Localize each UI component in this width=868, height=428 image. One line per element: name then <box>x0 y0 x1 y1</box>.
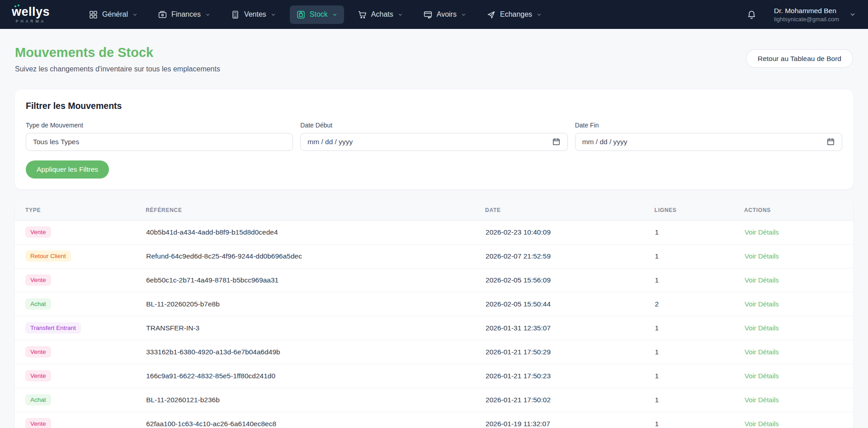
chevron-down-icon <box>536 12 542 18</box>
cell-lignes: 1 <box>655 388 744 412</box>
view-details-link[interactable]: Voir Détails <box>745 348 779 356</box>
cell-lignes: 1 <box>655 364 744 388</box>
filter-grid: Type de Mouvement Tous les Types Date Dé… <box>26 122 842 151</box>
back-to-dashboard-button[interactable]: Retour au Tableau de Bord <box>746 49 853 68</box>
nav-right: Dr. Mohammed Ben lightsynicate@gmail.com <box>746 7 856 23</box>
view-details-link[interactable]: Voir Détails <box>745 396 779 404</box>
cell-actions: Voir Détails <box>744 340 853 364</box>
calendar-icon[interactable] <box>552 137 561 146</box>
table-row: AchatBL-11-20260121-b236b2026-01-21 17:5… <box>15 388 853 412</box>
nav-item-achats[interactable]: Achats <box>351 5 410 24</box>
cell-reference: 40b5b41d-a434-4add-b8f9-b15d8d0cede4 <box>146 220 485 244</box>
main-content: Mouvements de Stock Suivez les changemen… <box>0 29 868 428</box>
cell-reference: 6eb50c1c-2b71-4a49-8781-b5bcc969aa31 <box>146 268 485 292</box>
view-details-link[interactable]: Voir Détails <box>745 324 779 332</box>
nav-item-label: Achats <box>371 10 393 19</box>
user-menu[interactable]: Dr. Mohammed Ben lightsynicate@gmail.com <box>774 7 839 23</box>
table-header-row: TYPE RÉFÉRENCE DATE LIGNES ACTIONS <box>15 200 853 221</box>
cell-actions: Voir Détails <box>744 268 853 292</box>
nav-item-general[interactable]: Général <box>82 5 144 24</box>
chevron-down-icon[interactable] <box>849 11 856 18</box>
col-header-type: TYPE <box>15 200 146 221</box>
date-end-placeholder: mm / dd / yyyy <box>582 138 627 146</box>
cell-type: Vente <box>15 268 146 292</box>
date-end-input[interactable]: mm / dd / yyyy <box>575 133 842 151</box>
brand-name: wellys <box>12 6 50 18</box>
page-header: Mouvements de Stock Suivez les changemen… <box>15 29 853 73</box>
col-header-lignes: LIGNES <box>655 200 744 221</box>
cell-type: Retour Client <box>15 244 146 268</box>
nav-menu: GénéralFinancesVentesStockAchatsAvoirsEc… <box>82 5 556 24</box>
table-row: AchatBL-11-20260205-b7e8b2026-02-05 15:5… <box>15 292 853 316</box>
cell-actions: Voir Détails <box>744 244 853 268</box>
view-details-link[interactable]: Voir Détails <box>745 420 779 428</box>
date-end-label: Date Fin <box>575 122 842 129</box>
chevron-down-icon <box>397 12 403 18</box>
nav-item-ventes[interactable]: Ventes <box>224 5 283 24</box>
cell-lignes: 1 <box>655 244 744 268</box>
filter-heading: Filtrer les Mouvements <box>26 101 842 111</box>
nav-item-finances[interactable]: Finances <box>151 5 217 24</box>
calculator-icon <box>231 10 240 19</box>
movement-type-badge: Retour Client <box>25 250 71 262</box>
bell-icon[interactable] <box>746 9 757 20</box>
cell-date: 2026-01-21 17:50:02 <box>485 388 655 412</box>
page-title-block: Mouvements de Stock Suivez les changemen… <box>15 45 220 73</box>
chevron-down-icon <box>270 12 276 18</box>
movement-type-badge: Vente <box>25 274 51 286</box>
nav-item-label: Echanges <box>500 10 532 19</box>
view-details-link[interactable]: Voir Détails <box>745 252 779 260</box>
cell-actions: Voir Détails <box>744 220 853 244</box>
cell-lignes: 2 <box>655 292 744 316</box>
nav-item-stock[interactable]: Stock <box>290 5 344 24</box>
cell-actions: Voir Détails <box>744 364 853 388</box>
send-icon <box>486 10 496 19</box>
nav-item-label: Stock <box>310 10 328 19</box>
brand-logo[interactable]: wellys PHARMA <box>12 6 50 24</box>
chevron-down-icon <box>205 12 211 18</box>
table-row: Vente62faa100-1c63-4c10-ac26-6a6140ec8ec… <box>15 412 853 428</box>
cell-date: 2026-01-31 12:35:07 <box>485 316 655 340</box>
table-row: Vente40b5b41d-a434-4add-b8f9-b15d8d0cede… <box>15 220 853 244</box>
view-details-link[interactable]: Voir Détails <box>745 300 779 308</box>
cell-date: 2026-01-21 17:50:29 <box>485 340 655 364</box>
page-title: Mouvements de Stock <box>15 45 220 61</box>
view-details-link[interactable]: Voir Détails <box>745 276 779 284</box>
apply-filters-button[interactable]: Appliquer les Filtres <box>26 160 109 179</box>
date-start-input[interactable]: mm / dd / yyyy <box>300 133 567 151</box>
table-row: Vente6eb50c1c-2b71-4a49-8781-b5bcc969aa3… <box>15 268 853 292</box>
nav-item-avoirs[interactable]: Avoirs <box>417 5 473 24</box>
cell-actions: Voir Détails <box>744 412 853 428</box>
cart-icon <box>358 10 367 19</box>
movement-type-badge: Vente <box>25 370 51 381</box>
top-navbar: wellys PHARMA GénéralFinancesVentesStock… <box>0 0 868 29</box>
cell-type: Vente <box>15 220 146 244</box>
movement-type-badge: Vente <box>25 346 51 357</box>
cell-date: 2026-01-21 17:50:23 <box>485 364 655 388</box>
nav-item-echanges[interactable]: Echanges <box>480 5 548 24</box>
cell-actions: Voir Détails <box>744 292 853 316</box>
nav-item-label: Avoirs <box>437 10 457 19</box>
col-header-actions: ACTIONS <box>744 200 853 221</box>
view-details-link[interactable]: Voir Détails <box>745 228 779 236</box>
cell-reference: 166c9a91-6622-4832-85e5-1ff80cd241d0 <box>146 364 485 388</box>
cell-lignes: 1 <box>655 268 744 292</box>
cell-date: 2026-02-05 15:50:44 <box>485 292 655 316</box>
view-details-link[interactable]: Voir Détails <box>745 372 779 380</box>
calendar-icon[interactable] <box>826 137 835 146</box>
cell-reference: TRANSFER-IN-3 <box>146 316 485 340</box>
cell-date: 2026-02-05 15:56:09 <box>485 268 655 292</box>
col-header-reference: RÉFÉRENCE <box>146 200 485 221</box>
movement-type-badge: Vente <box>25 226 51 238</box>
table-body: Vente40b5b41d-a434-4add-b8f9-b15d8d0cede… <box>15 220 853 428</box>
movement-type-badge: Achat <box>25 394 51 405</box>
card-return-icon <box>423 10 433 19</box>
table-row: Retour ClientRefund-64c9ed6d-8c25-4f96-9… <box>15 244 853 268</box>
table-row: Vente166c9a91-6622-4832-85e5-1ff80cd241d… <box>15 364 853 388</box>
user-name: Dr. Mohammed Ben <box>774 7 839 15</box>
cell-type: Transfert Entrant <box>15 316 146 340</box>
movement-type-select[interactable]: Tous les Types <box>26 133 293 151</box>
cell-type: Vente <box>15 340 146 364</box>
cell-type: Vente <box>15 364 146 388</box>
date-start-label: Date Début <box>300 122 567 129</box>
